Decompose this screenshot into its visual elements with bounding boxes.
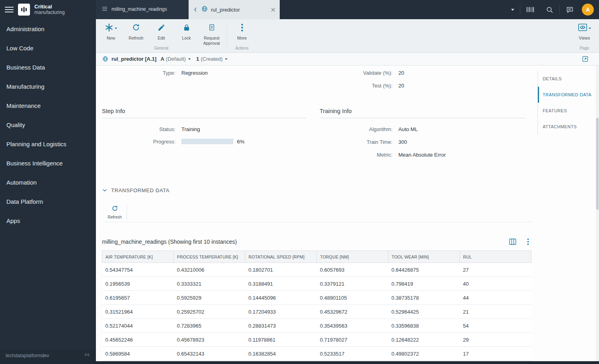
table-row[interactable]: 0.61956570.59259290.144450960.489011050.…	[102, 291, 531, 305]
sidebar-item-planning-and-logistics[interactable]: Planning and Logistics	[0, 134, 96, 153]
table-cell: 0.798419	[388, 277, 460, 291]
readings-table: AIR TEMPERATURE [K]PROCESS TEMPERATURE […	[102, 251, 531, 361]
table-cell: 0.49802372	[388, 347, 460, 361]
field-label: Type:	[102, 70, 179, 76]
more-ellipsis-icon	[241, 23, 243, 34]
sidebar-item-quality[interactable]: Quality	[0, 115, 96, 134]
button-label: Request Approval	[200, 36, 224, 46]
button-label: Edit	[149, 36, 173, 41]
table-cell: 0.64426875	[388, 263, 460, 277]
toolbar-group-actions: More Actions	[229, 19, 255, 52]
toolbar-divider	[227, 23, 227, 48]
column-header-process-temperature-k[interactable]: PROCESS TEMPERATURE [K]	[174, 251, 245, 263]
chevron-down-icon	[589, 28, 591, 29]
table-cell: 0.11978861	[245, 333, 317, 347]
sidebar-item-business-intelligence[interactable]: Business Intelligence	[0, 153, 96, 173]
table-cell: 0.28831473	[245, 319, 317, 333]
tabs-overflow-icon[interactable]	[505, 0, 520, 19]
table-row[interactable]: 0.521740440.72839650.288314730.354395630…	[102, 319, 531, 333]
side-tab-transformed-data[interactable]: TRANSFORMED DATA	[538, 87, 598, 103]
table-cell: 0.17204933	[245, 305, 317, 319]
table-cell: 0.3333321	[174, 277, 245, 291]
column-header-tool-wear-min[interactable]: TOOL WEAR [MIN]	[388, 251, 460, 263]
open-in-window-icon[interactable]	[582, 56, 589, 62]
transformed-data-section-header[interactable]: TRANSFORMED DATA	[102, 185, 169, 195]
field-train-time: Train Time: 300	[320, 135, 525, 148]
tab-rul-predictor[interactable]: rul_predictor	[189, 0, 280, 19]
table-cell: 0.43210006	[174, 263, 245, 277]
vertical-scrollbar[interactable]	[596, 66, 599, 361]
section-title: Training Info	[320, 108, 352, 114]
sidebar-item-business-data[interactable]: Business Data	[0, 58, 96, 77]
hamburger-menu-icon[interactable]	[5, 7, 14, 12]
field-value: Regression	[179, 70, 208, 76]
field-value: Auto ML	[396, 126, 418, 132]
field-label: Metric:	[320, 152, 396, 158]
user-avatar[interactable]: A	[582, 4, 594, 16]
version-selector[interactable]: A (Default)	[161, 56, 191, 62]
table-cell: 0.3188491	[245, 277, 317, 291]
table-cell: 44	[460, 291, 531, 305]
column-header-air-temperature-k[interactable]: AIR TEMPERATURE [K]	[102, 251, 174, 263]
globe-icon	[102, 56, 108, 62]
collapse-chevron-icon	[102, 187, 107, 193]
topbar-right: A	[505, 0, 599, 19]
brand-name: Critical manufacturing	[34, 4, 65, 15]
side-tab-details[interactable]: DETAILS	[538, 71, 598, 87]
table-cell: 54	[460, 319, 531, 333]
table-cell: 0.1956539	[102, 277, 174, 291]
brand-light: manufacturing	[34, 10, 65, 15]
table-row[interactable]: 0.19565390.33333210.31884910.33791210.79…	[102, 277, 531, 291]
table-row[interactable]: 0.543477540.432100060.18027010.60576930.…	[102, 263, 531, 277]
field-progress: Progress: 6%	[102, 135, 306, 148]
app-window: Critical manufacturing AdministrationLow…	[0, 0, 599, 364]
scrollbar-thumb[interactable]	[596, 118, 599, 210]
toolbar-group-page: Views Page	[572, 19, 597, 52]
field-label: Validate (%):	[320, 70, 396, 76]
search-icon[interactable]	[540, 0, 559, 19]
sidebar-item-low-code[interactable]: Low Code	[0, 38, 96, 58]
table-row[interactable]: 0.315219640.259257020.172049330.45329672…	[102, 305, 531, 319]
side-tab-attachments[interactable]: ATTACHMENTS	[538, 119, 598, 135]
version-letter: A	[161, 56, 164, 62]
back-chevron-icon[interactable]	[193, 7, 198, 12]
sidebar-item-manufacturing[interactable]: Manufacturing	[0, 77, 96, 96]
field-validate: Validate (%): 20	[320, 66, 525, 79]
field-value: 20	[396, 70, 404, 76]
table-cell: 0.1802701	[245, 263, 317, 277]
messages-icon[interactable]	[560, 0, 579, 19]
table-menu-icon[interactable]	[527, 238, 529, 245]
critical-manufacturing-logo-icon[interactable]	[18, 4, 30, 16]
table-cell: 0.7283965	[174, 319, 245, 333]
button-label: Views	[573, 36, 597, 41]
button-label: Refresh	[124, 36, 148, 41]
table-cell: 17	[460, 347, 531, 361]
table-row[interactable]: 0.58695840.654321430.163828540.52335170.…	[102, 347, 531, 361]
table-row[interactable]: 0.456522460.456789230.119788610.71978027…	[102, 333, 531, 347]
column-header-torque-nm[interactable]: TORQUE [NM]	[317, 251, 388, 263]
side-tab-features[interactable]: FEATURES	[538, 103, 598, 119]
field-label: Algorithm:	[320, 126, 396, 132]
tab-milling-machine-readings[interactable]: milling_machine_readings	[96, 0, 189, 19]
table-cell: 0.52174044	[102, 319, 174, 333]
choose-columns-icon[interactable]	[509, 238, 517, 245]
bottom-bar	[0, 361, 599, 364]
sidebar: Critical manufacturing AdministrationLow…	[0, 0, 96, 364]
brand-bold: Critical	[34, 4, 65, 10]
field-label: Train Time:	[320, 139, 396, 145]
table-title-row: milling_machine_readings (Showing first …	[102, 237, 531, 247]
barcode-scan-icon[interactable]	[520, 0, 540, 19]
column-header-rotational-speed-rpm[interactable]: ROTATIONAL SPEED [RPM]	[245, 251, 317, 263]
column-header-rul[interactable]: RUL	[460, 251, 531, 263]
sidebar-item-data-platform[interactable]: Data Platform	[0, 192, 96, 211]
sidebar-item-maintenance[interactable]: Maintenance	[0, 96, 96, 115]
sidebar-item-apps[interactable]: Apps	[0, 211, 96, 230]
sidebar-item-automation[interactable]: Automation	[0, 173, 96, 192]
refresh-table-button[interactable]: Refresh	[104, 203, 125, 219]
state-selector[interactable]: 1 (Created)	[196, 56, 227, 62]
button-label: New	[99, 36, 123, 41]
table-cell: 0.6195657	[102, 291, 174, 305]
close-tab-icon[interactable]	[271, 7, 276, 12]
sidebar-item-administration[interactable]: Administration	[0, 19, 96, 38]
section-title: TRANSFORMED DATA	[111, 187, 169, 193]
